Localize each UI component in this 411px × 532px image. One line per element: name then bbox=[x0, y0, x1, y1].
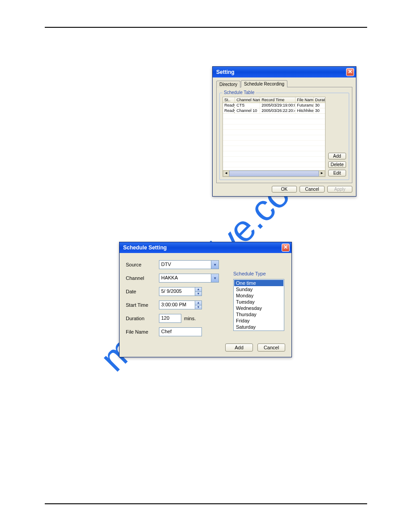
dialog-buttons: OK Cancel Apply bbox=[216, 186, 352, 193]
source-label: Source bbox=[126, 262, 159, 267]
chevron-down-icon[interactable]: ▾ bbox=[211, 274, 218, 282]
source-combo[interactable]: DTV ▾ bbox=[159, 260, 219, 269]
date-label: Date bbox=[126, 289, 159, 294]
chevron-down-icon[interactable]: ▾ bbox=[211, 261, 218, 269]
table-row[interactable]: Ready CTS 2005/03/29:19:00:00 Futurama 3… bbox=[223, 103, 325, 108]
page-rule-top bbox=[45, 27, 367, 28]
col-status[interactable]: St.. bbox=[223, 97, 235, 103]
schedule-type-list[interactable]: One time Sunday Monday Tuesday Wednesday… bbox=[233, 279, 284, 331]
scroll-left-icon[interactable]: ◄ bbox=[223, 171, 229, 176]
setting-titlebar[interactable]: Setting ✕ bbox=[213, 67, 356, 77]
empty-rows bbox=[223, 114, 325, 170]
table-body: Ready CTS 2005/03/29:19:00:00 Futurama 3… bbox=[223, 103, 325, 170]
close-icon[interactable]: ✕ bbox=[282, 244, 290, 252]
list-item[interactable]: Wednesday bbox=[234, 305, 283, 311]
cell-duration: 30 bbox=[314, 103, 325, 108]
cell-channel: Channel 10 bbox=[235, 108, 260, 113]
page-rule-bottom bbox=[45, 503, 367, 504]
col-file-name[interactable]: File Name bbox=[295, 97, 314, 103]
cell-duration: 30 bbox=[314, 108, 325, 113]
edit-button[interactable]: Edit bbox=[328, 170, 346, 176]
file-name-label: File Name bbox=[126, 329, 159, 335]
schedule-buttons: Add Cancel bbox=[126, 343, 285, 352]
cell-record-time: 2005/03/26:22:20:41 bbox=[260, 108, 295, 113]
schedule-setting-window: Schedule Setting ✕ Source DTV ▾ Channel … bbox=[119, 242, 292, 357]
schedule-table-group: Schedule Table St.. Channel Name Record … bbox=[219, 93, 349, 180]
add-button[interactable]: Add bbox=[328, 153, 346, 159]
spin-up-icon[interactable]: ▲ bbox=[195, 287, 201, 292]
tab-schedule-recording[interactable]: Schedule Recording bbox=[241, 80, 287, 87]
delete-button[interactable]: Delete bbox=[328, 161, 346, 168]
list-item[interactable]: Sunday bbox=[234, 286, 283, 292]
col-duration[interactable]: Durati bbox=[314, 97, 325, 103]
cell-file-name: Hitchhiker.. bbox=[295, 108, 314, 113]
start-time-value: 3:00:00 PM bbox=[161, 302, 186, 307]
cancel-button[interactable]: Cancel bbox=[300, 186, 325, 193]
spin-down-icon[interactable]: ▼ bbox=[195, 292, 201, 296]
schedule-setting-titlebar[interactable]: Schedule Setting ✕ bbox=[120, 242, 291, 253]
schedule-table[interactable]: St.. Channel Name Record Time File Name … bbox=[223, 97, 325, 177]
date-spinner[interactable]: ▲▼ bbox=[195, 287, 201, 296]
file-name-value: Chef bbox=[161, 329, 171, 334]
duration-label: Duration bbox=[126, 316, 159, 321]
col-channel[interactable]: Channel Name bbox=[235, 97, 260, 103]
add-button[interactable]: Add bbox=[225, 343, 253, 352]
horizontal-scrollbar[interactable]: ◄ ► bbox=[223, 170, 325, 176]
list-item[interactable]: Saturday bbox=[234, 324, 283, 330]
scroll-thumb[interactable] bbox=[229, 171, 319, 176]
channel-label: Channel bbox=[126, 275, 159, 281]
cancel-button[interactable]: Cancel bbox=[257, 343, 285, 352]
table-row[interactable]: Ready Channel 10 2005/03/26:22:20:41 Hit… bbox=[223, 108, 325, 114]
start-time-input[interactable]: 3:00:00 PM ▲▼ bbox=[159, 300, 202, 309]
setting-window: Setting ✕ Directory Schedule Recording S… bbox=[212, 66, 356, 197]
cell-status: Ready bbox=[223, 103, 235, 108]
ok-button[interactable]: OK bbox=[272, 186, 297, 193]
cell-channel: CTS bbox=[235, 103, 260, 108]
channel-value: HAKKA bbox=[161, 275, 178, 280]
tabs: Directory Schedule Recording bbox=[216, 80, 352, 87]
scroll-right-icon[interactable]: ► bbox=[319, 171, 325, 176]
close-icon[interactable]: ✕ bbox=[346, 68, 354, 76]
list-item[interactable]: Thursday bbox=[234, 311, 283, 317]
schedule-type-group: Schedule Type One time Sunday Monday Tue… bbox=[233, 271, 284, 331]
schedule-type-title: Schedule Type bbox=[233, 271, 284, 276]
duration-value: 120 bbox=[161, 315, 169, 321]
cell-status: Ready bbox=[223, 108, 235, 113]
apply-button: Apply bbox=[327, 186, 352, 193]
group-title: Schedule Table bbox=[223, 90, 256, 95]
start-time-label: Start Time bbox=[126, 302, 159, 308]
mins-label: mins. bbox=[184, 316, 196, 321]
side-buttons: Add Delete Edit bbox=[328, 97, 346, 176]
date-value: 5/ 9/2005 bbox=[161, 288, 182, 294]
tab-panel: Schedule Table St.. Channel Name Record … bbox=[216, 87, 352, 183]
time-spinner[interactable]: ▲▼ bbox=[195, 301, 201, 309]
table-header: St.. Channel Name Record Time File Name … bbox=[223, 97, 325, 103]
setting-title: Setting bbox=[216, 69, 235, 75]
list-item[interactable]: Tuesday bbox=[234, 299, 283, 305]
list-item[interactable]: One time bbox=[234, 280, 283, 286]
col-record-time[interactable]: Record Time bbox=[260, 97, 295, 103]
duration-input[interactable]: 120 bbox=[159, 314, 181, 323]
date-input[interactable]: 5/ 9/2005 ▲▼ bbox=[159, 287, 202, 296]
list-item[interactable]: Monday bbox=[234, 292, 283, 299]
cell-record-time: 2005/03/29:19:00:00 bbox=[260, 103, 295, 108]
spin-down-icon[interactable]: ▼ bbox=[195, 305, 201, 309]
tab-directory[interactable]: Directory bbox=[216, 81, 240, 88]
list-item[interactable]: Friday bbox=[234, 317, 283, 324]
spin-up-icon[interactable]: ▲ bbox=[195, 301, 201, 305]
schedule-setting-title: Schedule Setting bbox=[123, 245, 167, 251]
cell-file-name: Futurama bbox=[295, 103, 314, 108]
source-value: DTV bbox=[161, 262, 171, 267]
channel-combo[interactable]: HAKKA ▾ bbox=[159, 274, 219, 283]
file-name-input[interactable]: Chef bbox=[159, 327, 202, 336]
